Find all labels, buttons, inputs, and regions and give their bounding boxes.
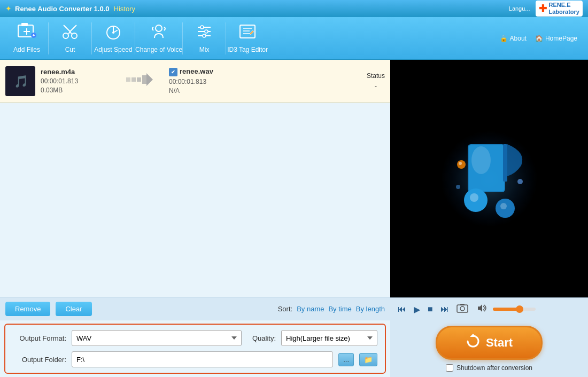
svg-rect-34 <box>503 144 507 182</box>
mix-icon <box>195 23 214 44</box>
about-button[interactable]: 🔒 About <box>500 35 527 42</box>
svg-point-36 <box>470 193 478 202</box>
play-button[interactable]: ▶ <box>413 303 421 316</box>
svg-point-42 <box>456 185 460 189</box>
table-row: 🎵 renee.m4a 00:00:01.813 0.03MB <box>0 60 390 103</box>
start-button[interactable]: Start <box>436 326 543 360</box>
svg-point-17 <box>205 30 208 33</box>
cut-button[interactable]: Cut <box>49 23 91 53</box>
renee-logo: ✚ RENE.E Laboratory <box>536 1 583 17</box>
id3-tag-editor-button[interactable]: ID3 Tag Editor <box>226 23 269 53</box>
source-duration: 00:00:01.813 <box>41 77 110 85</box>
source-filename: renee.m4a <box>41 68 110 76</box>
file-source-info: renee.m4a 00:00:01.813 0.03MB <box>41 68 110 94</box>
sort-by-time[interactable]: By time <box>328 305 351 313</box>
shutdown-checkbox[interactable] <box>446 364 453 372</box>
mix-label: Mix <box>199 46 210 53</box>
remove-button[interactable]: Remove <box>5 302 50 316</box>
svg-line-11 <box>64 25 70 32</box>
app-logo-icon: ✦ <box>5 4 12 13</box>
preview-area <box>390 60 588 297</box>
main-layout: 🎵 renee.m4a 00:00:01.813 0.03MB <box>0 60 588 377</box>
svg-text:🎵: 🎵 <box>14 74 29 89</box>
lock-icon: 🔒 <box>500 35 508 42</box>
id3-tag-editor-icon <box>238 23 257 44</box>
cut-icon <box>61 23 79 44</box>
player-controls: ⏮ ▶ ■ ⏭ <box>390 297 588 320</box>
homepage-button[interactable]: 🏠 HomePage <box>535 35 577 42</box>
svg-rect-26 <box>131 77 136 82</box>
sort-by-name[interactable]: By name <box>297 305 324 313</box>
folder-label: Output Folder: <box>13 356 66 364</box>
svg-rect-45 <box>460 304 465 305</box>
file-output-info: ✔renee.wav 00:00:01.813 N/A <box>169 67 361 95</box>
svg-point-16 <box>200 26 204 29</box>
svg-rect-25 <box>126 77 130 82</box>
file-list: 🎵 renee.m4a 00:00:01.813 0.03MB <box>0 60 390 297</box>
renee-logo-text: RENE.E Laboratory <box>549 2 579 15</box>
format-select[interactable]: WAV <box>72 330 242 346</box>
change-of-voice-label: Change of Voice <box>135 46 182 53</box>
bottom-controls: Remove Clear Sort: By name By time By le… <box>0 297 390 320</box>
svg-point-33 <box>471 146 491 174</box>
next-button[interactable]: ⏭ <box>439 303 450 315</box>
output-filename: ✔renee.wav <box>169 67 361 76</box>
cut-label: Cut <box>65 46 75 53</box>
top-right-logo: Langu... ✚ RENE.E Laboratory <box>509 1 583 17</box>
sort-section: Sort: By name By time By length <box>278 305 385 313</box>
add-files-label: Add Files <box>13 46 40 53</box>
renee-cross-icon: ✚ <box>539 3 547 14</box>
screenshot-button[interactable] <box>455 302 469 316</box>
svg-point-38 <box>500 203 507 209</box>
quality-select[interactable]: High(Larger file size) <box>281 330 377 346</box>
language-selector[interactable]: Langu... <box>509 5 530 12</box>
right-panel: ⏮ ▶ ■ ⏭ <box>390 60 588 377</box>
homepage-label: HomePage <box>545 35 577 42</box>
status-label: Status <box>367 72 385 80</box>
prev-button[interactable]: ⏮ <box>397 303 407 315</box>
quality-label: Quality: <box>252 334 276 342</box>
svg-point-7 <box>63 33 68 38</box>
convert-arrow-icon <box>126 73 153 89</box>
svg-point-15 <box>156 25 162 32</box>
clear-button[interactable]: Clear <box>56 302 91 316</box>
status-value: - <box>375 82 377 90</box>
svg-marker-46 <box>478 304 482 312</box>
history-link[interactable]: History <box>114 5 135 13</box>
adjust-speed-label: Adjust Speed <box>94 46 132 53</box>
volume-slider[interactable] <box>493 308 536 311</box>
stop-button[interactable]: ■ <box>427 303 434 315</box>
sort-label: Sort: <box>278 305 292 313</box>
left-panel: 🎵 renee.m4a 00:00:01.813 0.03MB <box>0 60 390 377</box>
svg-point-8 <box>72 33 77 38</box>
folder-input[interactable] <box>72 351 333 367</box>
svg-rect-43 <box>457 305 468 312</box>
svg-rect-28 <box>142 75 146 84</box>
app-title: Renee Audio Converter 1.0.0 <box>15 5 110 13</box>
svg-marker-29 <box>146 73 153 86</box>
browse-button[interactable]: ... <box>338 353 354 366</box>
about-label: About <box>510 35 527 42</box>
adjust-speed-button[interactable]: Adjust Speed <box>92 23 135 53</box>
svg-point-40 <box>459 162 462 165</box>
shutdown-label: Shutdown after conversion <box>457 364 532 372</box>
toolbar: Add Files Cut Adjust Speed <box>0 17 588 60</box>
svg-point-41 <box>517 179 523 184</box>
change-of-voice-button[interactable]: Change of Voice <box>135 23 182 53</box>
start-refresh-icon <box>466 334 481 352</box>
adjust-speed-icon <box>104 23 123 44</box>
format-row: Output Format: WAV Quality: High(Larger … <box>13 330 377 346</box>
add-files-button[interactable]: Add Files <box>5 23 48 53</box>
output-extra: N/A <box>169 87 361 95</box>
mix-button[interactable]: Mix <box>183 23 226 53</box>
music-visual <box>430 123 548 235</box>
id3-tag-editor-label: ID3 Tag Editor <box>227 46 268 53</box>
sort-by-length[interactable]: By length <box>356 305 385 313</box>
open-folder-button[interactable]: 📁 <box>359 353 377 366</box>
svg-rect-27 <box>137 77 141 82</box>
source-size: 0.03MB <box>41 87 110 94</box>
svg-line-10 <box>70 32 72 34</box>
file-thumbnail: 🎵 <box>5 66 35 96</box>
start-area: Start Shutdown after conversion <box>390 320 588 377</box>
add-files-icon <box>17 23 36 44</box>
